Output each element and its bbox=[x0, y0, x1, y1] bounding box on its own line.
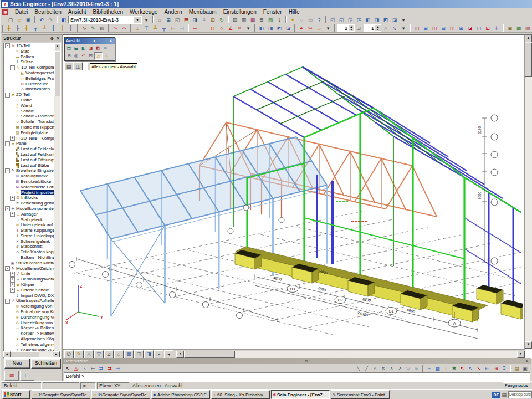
combobox-dropdown-icon[interactable]: ▼ bbox=[134, 16, 141, 23]
tree-item-stabgelenk[interactable]: ○Stabgelenk bbox=[4, 217, 60, 223]
tree-item-stab[interactable]: ✎Stab bbox=[4, 49, 60, 54]
scrollbar-thumb[interactable] bbox=[54, 51, 60, 96]
activity-filter-icon[interactable]: ⊿ bbox=[355, 24, 364, 32]
tree-item-teile-knoten-koppeln[interactable]: ∴Teile/Knoten koppeln bbox=[4, 249, 60, 255]
support-tool-2-icon[interactable]: ⊤ bbox=[142, 24, 151, 32]
combo-more-icon[interactable]: ▾ bbox=[142, 16, 151, 24]
viewport-vertical-scrollbar[interactable]: ▲ ▼ bbox=[524, 35, 532, 349]
expand-icon[interactable]: + bbox=[10, 288, 15, 293]
vp-draw-icon[interactable]: ✎ bbox=[74, 350, 84, 359]
expand-icon[interactable]: + bbox=[10, 136, 15, 141]
view-side-icon[interactable]: ◧ bbox=[80, 44, 87, 51]
scroll-right-icon[interactable]: ► bbox=[517, 351, 525, 358]
zoom-all-icon[interactable]: ◎ bbox=[73, 52, 80, 59]
tree-item-bemaßungswerkzeug[interactable]: +↔Bemaßungswerkzeug bbox=[4, 277, 60, 282]
print-icon[interactable]: ▤ bbox=[231, 16, 239, 24]
palette-dropdown-icon[interactable]: ▼ bbox=[91, 39, 97, 43]
snap-intersect-icon[interactable]: ✕ bbox=[379, 365, 387, 372]
snap-curve-icon[interactable]: ≈ bbox=[412, 365, 421, 372]
structure-tool-6-icon[interactable]: ╂ bbox=[49, 24, 58, 32]
zoom-selection-folder-icon[interactable]: ▱ bbox=[94, 52, 103, 60]
clip-box-icon[interactable]: ⊡ bbox=[208, 16, 217, 24]
collapse-icon[interactable]: - bbox=[5, 206, 10, 211]
load-panel-3-icon[interactable]: ◫ bbox=[430, 24, 439, 32]
panel-tab-structure[interactable]: ▦ bbox=[4, 371, 19, 381]
support-tool-5-icon[interactable]: ⊢ bbox=[168, 24, 177, 32]
taskbar-task-3[interactable]: ■Adobe Photoshop CS3 E... bbox=[151, 390, 210, 399]
view-top-icon[interactable]: ⬒ bbox=[65, 44, 73, 51]
tree-item-durchdringung-von-k[interactable]: ⊗Durchdringung von K bbox=[4, 315, 60, 320]
draw-angle-icon[interactable]: ∠ bbox=[226, 24, 235, 32]
view-front-icon[interactable]: ⬓ bbox=[73, 44, 80, 51]
language-indicator[interactable]: DE bbox=[492, 392, 500, 398]
tree-item-beliebiges-profil[interactable]: ◇Beliebiges Profil bbox=[4, 76, 60, 81]
zoom-out-icon[interactable]: ⊖ bbox=[65, 52, 73, 59]
hatch-tool-icon[interactable]: ▨ bbox=[98, 24, 106, 32]
layer-spinner[interactable]: 1 ▲▼ bbox=[364, 24, 381, 32]
tree-item-starre-linienkopplung[interactable]: ⅡStarre Linienkopplung bbox=[4, 233, 60, 239]
tree-item-stabschnitt[interactable]: øStabschnitt bbox=[4, 244, 60, 249]
snap-flash-icon[interactable]: ↧ bbox=[500, 365, 508, 372]
snap-line-icon[interactable]: ╲ bbox=[354, 365, 362, 372]
tree-item-balken-nichtlinearitä[interactable]: ≈Balken - Nichtlinearitä bbox=[4, 255, 60, 260]
tree-item-bewehrung-gemäß-vo[interactable]: ≋Bewehrung gemäß Vo bbox=[4, 201, 60, 206]
tree-item-entnahme-von-körper[interactable]: ⊖Entnahme von Körper bbox=[4, 309, 60, 315]
picture-save-icon[interactable]: ▣ bbox=[505, 24, 514, 32]
render-icon[interactable]: ⬒ bbox=[182, 16, 191, 24]
tree-item-benutzerblöcke[interactable]: ⊟Benutzerblöcke bbox=[4, 179, 60, 185]
tree-item-offene-schale[interactable]: +▲Offene Schale bbox=[4, 288, 60, 293]
undo-icon[interactable]: ↶ bbox=[37, 16, 46, 24]
tree-item-schale[interactable]: ◊Schale bbox=[4, 109, 60, 114]
help-what-icon[interactable]: ? bbox=[315, 16, 324, 24]
snap-settings-icon[interactable]: ▤ bbox=[513, 365, 521, 372]
tree-item-auflager[interactable]: +⊥Auflager bbox=[4, 212, 60, 217]
collapse-icon[interactable]: - bbox=[5, 299, 10, 304]
tree-item-durchbruch[interactable]: ⊘Durchbruch bbox=[4, 81, 60, 87]
print-view-icon[interactable]: ▤ bbox=[64, 62, 73, 70]
struktur-panel-titlebar[interactable]: Struktur ⊕ ✕ bbox=[2, 35, 62, 42]
load-panel-10-icon[interactable]: ✛ bbox=[492, 24, 501, 32]
tree-item-scherengelenk[interactable]: ✕Scherengelenk bbox=[4, 239, 60, 244]
gallery-icon[interactable]: ▦ bbox=[248, 16, 257, 24]
scrollbar-thumb[interactable] bbox=[525, 43, 532, 77]
viewport-horizontal-scrollbar[interactable]: ◄ ► bbox=[176, 351, 525, 358]
zoom-rect-icon[interactable]: ⊕ bbox=[101, 44, 109, 51]
view-window-1-icon[interactable]: ◰ bbox=[328, 16, 337, 24]
vp-tri-down-icon[interactable]: ▽ bbox=[94, 350, 104, 359]
draw-line-icon[interactable]: ─ bbox=[191, 24, 200, 32]
draw-circle-icon[interactable]: ○ bbox=[217, 24, 226, 32]
taskbar-task-5[interactable]: ✶Scia Engineer - [Erw7... bbox=[271, 390, 330, 399]
tree-item-last-auf-feldkanten[interactable]: ▚Last auf Feldkanten bbox=[4, 152, 60, 157]
menu-bibliotheken[interactable]: Bibliotheken bbox=[90, 8, 126, 16]
model-viewport[interactable]: 4800 4800 4800 4800 4800 24000 14000 218… bbox=[63, 34, 532, 359]
cursor-select-3-icon[interactable]: ↘ bbox=[475, 365, 483, 372]
dock-pin-icon[interactable]: ⊕ bbox=[304, 359, 309, 364]
snap-parallel-icon[interactable]: ╱ bbox=[362, 365, 371, 372]
grid-toggle-icon[interactable]: ⌗ bbox=[200, 16, 208, 24]
structure-tool-4-icon[interactable]: ┳ bbox=[31, 24, 40, 32]
node-pair-1-icon[interactable]: ∞ bbox=[111, 24, 120, 32]
model-canvas[interactable]: 4800 4800 4800 4800 4800 24000 14000 218… bbox=[63, 35, 523, 349]
cmd-swap-icon[interactable]: ⇄ bbox=[97, 365, 105, 372]
document-icon[interactable]: ≣ bbox=[257, 16, 266, 24]
vp-home-icon[interactable]: ⌂ bbox=[114, 350, 124, 359]
expand-icon[interactable]: + bbox=[10, 272, 15, 277]
tree-item-stütze[interactable]: ‖Stütze bbox=[4, 59, 60, 65]
zoom-document-icon[interactable]: ◌ bbox=[297, 16, 306, 24]
select-single-icon[interactable]: ● bbox=[297, 24, 306, 32]
scroll-right-icon[interactable]: ► bbox=[53, 351, 60, 357]
load-panel-5-icon[interactable]: ◫ bbox=[448, 24, 457, 32]
export-icon[interactable]: ⇓ bbox=[275, 16, 284, 24]
structure-tool-5-icon[interactable]: ┻ bbox=[40, 24, 49, 32]
snap-perpendicular-icon[interactable]: ⊥ bbox=[442, 365, 450, 372]
measure-icon[interactable]: ↘ bbox=[390, 24, 399, 32]
palette-close-icon[interactable]: ✕ bbox=[108, 39, 114, 43]
snap-node-icon[interactable]: + bbox=[425, 365, 433, 372]
menu-werkzeuge[interactable]: Werkzeuge bbox=[126, 8, 161, 16]
cmd-end-icon[interactable]: ⊢ bbox=[89, 365, 97, 372]
scroll-down-icon[interactable]: ▼ bbox=[525, 341, 532, 349]
tree-item-wand[interactable]: ▯Wand bbox=[4, 103, 60, 109]
vp-split-icon[interactable]: ◫ bbox=[134, 350, 144, 359]
expand-icon[interactable]: + bbox=[10, 277, 15, 282]
taskbar-task-1[interactable]: ▱J:\Seagate Sync\SyncRe... bbox=[32, 390, 90, 399]
